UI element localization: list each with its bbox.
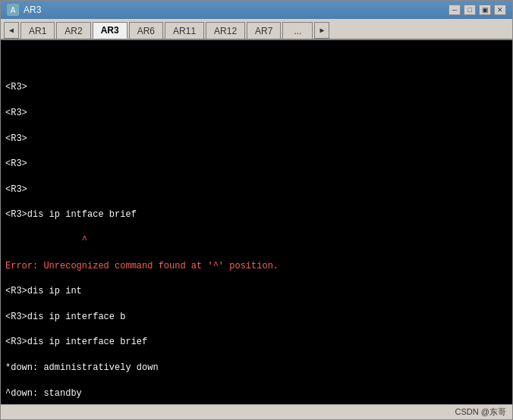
line-8: Error: Unrecognized command found at '^'… [5, 260, 508, 273]
title-buttons: ─ □ ▣ ✕ [448, 5, 506, 15]
restore-button[interactable]: □ [464, 5, 476, 15]
status-text: CSDN @东哥 [455, 406, 506, 418]
line-7: ^ [5, 234, 508, 247]
tab-next-button[interactable]: ▶ [314, 22, 329, 39]
line-12: *down: administratively down [5, 362, 508, 375]
status-bar: CSDN @东哥 [1, 404, 512, 419]
tab-ar1[interactable]: AR1 [20, 22, 55, 39]
terminal-content: <R3> <R3> <R3> <R3> <R3> <R3>dis ip intf… [5, 69, 508, 404]
tab-ar2[interactable]: AR2 [56, 22, 90, 39]
line-5: <R3> [5, 183, 508, 196]
line-9: <R3>dis ip int [5, 285, 508, 298]
title-bar: A AR3 ─ □ ▣ ✕ [1, 1, 512, 19]
tab-ar7[interactable]: AR7 [247, 22, 281, 39]
tab-ar12[interactable]: AR12 [206, 22, 245, 39]
tab-prev-button[interactable]: ◀ [4, 22, 19, 39]
close-button[interactable]: ✕ [494, 5, 506, 15]
app-icon: A [7, 4, 19, 16]
minimize-button[interactable]: ─ [448, 5, 461, 15]
line-4: <R3> [5, 158, 508, 171]
line-11: <R3>dis ip interface brief [5, 336, 508, 349]
title-bar-left: A AR3 [7, 4, 41, 16]
tab-ar11[interactable]: AR11 [165, 22, 204, 39]
line-2: <R3> [5, 107, 508, 120]
tab-bar: ◀ AR1 AR2 AR3 AR6 AR11 AR12 AR7 ... ▶ [1, 19, 512, 40]
line-6: <R3>dis ip intface brief [5, 208, 508, 221]
line-13: ^down: standby [5, 387, 508, 400]
maximize-button[interactable]: ▣ [479, 5, 491, 15]
tab-ar3[interactable]: AR3 [93, 22, 127, 39]
line-1: <R3> [5, 81, 508, 94]
main-window: A AR3 ─ □ ▣ ✕ ◀ AR1 AR2 AR3 AR6 AR11 AR1… [0, 0, 513, 420]
line-3: <R3> [5, 133, 508, 146]
terminal[interactable]: <R3> <R3> <R3> <R3> <R3> <R3>dis ip intf… [1, 40, 512, 404]
tab-ar6[interactable]: AR6 [129, 22, 163, 39]
tab-more[interactable]: ... [282, 22, 313, 39]
line-10: <R3>dis ip interface b [5, 311, 508, 324]
window-title: AR3 [24, 5, 41, 15]
